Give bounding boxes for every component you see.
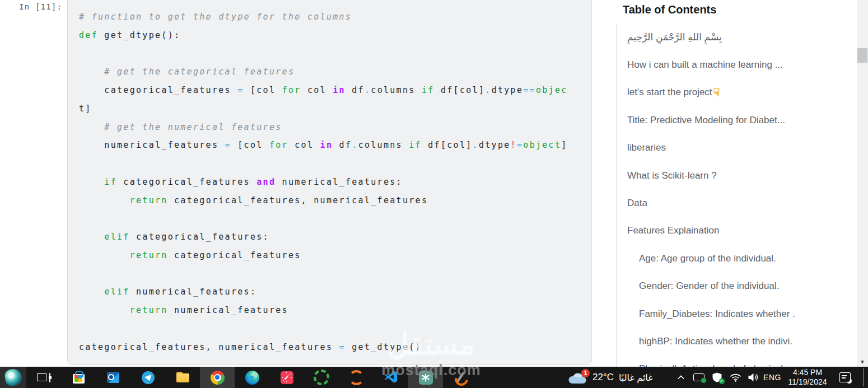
toc-item[interactable]: Title: Predictive Modeling for Diabet... — [627, 106, 857, 134]
code-line: if categorical_features and numerical_fe… — [79, 173, 588, 191]
page-scrollbar[interactable]: ▼ — [857, 0, 868, 367]
vscode-icon — [384, 371, 398, 384]
clock-tasks-icon: ✓ — [281, 371, 293, 384]
code-line: # get the categorical features — [79, 63, 588, 81]
code-line: return numerical_features — [79, 301, 588, 320]
notification-badge: 1 — [581, 369, 590, 377]
chrome-icon — [211, 371, 225, 385]
toc-item[interactable]: liberaries — [627, 134, 857, 162]
edge-button[interactable] — [235, 367, 269, 388]
code-line — [79, 209, 588, 228]
jupyter-icon — [349, 370, 364, 385]
telegram-icon — [142, 371, 155, 384]
code-line: categorical_features = [col for col in d… — [79, 81, 588, 100]
toc-item[interactable]: Data — [627, 189, 857, 217]
code-line: # function to get the dtype for the colu… — [79, 8, 588, 26]
microsoft-store-button[interactable] — [61, 367, 96, 388]
toc-item-label: Age: Age group of the individual. — [639, 253, 776, 264]
weather-widget[interactable]: 1 22°C غائم غالبًا — [567, 367, 653, 388]
code-line: # get the numerical features — [79, 118, 588, 137]
code-line: t] — [79, 100, 588, 118]
code-line: categorical_features, numerical_features… — [79, 338, 588, 357]
weather-temperature: 22°C — [592, 372, 614, 383]
chrome-button[interactable] — [200, 367, 235, 388]
tray-wifi[interactable] — [726, 367, 744, 388]
tray-overflow-chevron[interactable] — [674, 367, 688, 388]
edge-icon — [245, 371, 259, 385]
toc-item[interactable]: Gender: Gender of the individual. — [627, 273, 857, 300]
action-center-icon — [839, 372, 851, 382]
toc-item-label: liberaries — [627, 142, 666, 153]
code-editor[interactable]: # function to get the dtype for the colu… — [79, 8, 588, 356]
toc-item-label: Family_Diabetes: Indicates whether . — [639, 308, 795, 320]
code-line — [79, 320, 588, 338]
action-center-button[interactable] — [834, 367, 856, 388]
toc-title: Table of Contents — [623, 3, 716, 16]
task-view-icon — [37, 373, 46, 381]
snipping-tool-button[interactable] — [443, 367, 478, 388]
code-line — [79, 265, 588, 283]
toc-item-label: بِسْمِ اللهِ الرَّحْمَنِ الرَّحِيمِ — [627, 31, 722, 43]
show-desktop-separator[interactable] — [863, 368, 864, 386]
anaconda-button[interactable] — [304, 367, 339, 388]
cell-execution-prompt: In [11]: — [19, 2, 62, 11]
table-of-contents-panel: Table of Contents بِسْمِ اللهِ الرَّحْمَ… — [612, 0, 857, 367]
toc-item-label: Title: Predictive Modeling for Diabet... — [627, 115, 785, 126]
clock-tasks-button[interactable]: ✓ — [269, 367, 304, 388]
toc-item-label: Features Explaination — [627, 225, 719, 236]
toc-list: بِسْمِ اللهِ الرَّحْمَنِ الرَّحِيمِHow i… — [616, 24, 857, 367]
outlook-button[interactable] — [96, 367, 130, 388]
tray-windows-security[interactable]: ✓ — [709, 367, 726, 388]
toc-item[interactable]: Features Explaination — [627, 217, 857, 245]
cloud-icon: 1 — [567, 370, 587, 385]
toc-item[interactable]: What is Scikit-learn ? — [627, 162, 857, 189]
task-view-button[interactable] — [26, 367, 61, 388]
outlook-icon — [107, 372, 119, 383]
tray-date: 11/19/2024 — [783, 377, 832, 387]
tray-time: 4:45 PM — [783, 368, 832, 377]
code-line: numerical_features = [col for col in df.… — [79, 136, 588, 155]
jupyter-button[interactable] — [339, 367, 374, 388]
toc-item-label: highBP: Indicates whether the indivi. — [639, 336, 792, 347]
notebook-page: In [11]: # function to get the dtype for… — [0, 0, 868, 367]
chatgpt-button[interactable] — [408, 367, 443, 388]
code-cell[interactable]: # function to get the dtype for the colu… — [67, 0, 592, 365]
chevron-up-icon — [678, 375, 684, 380]
snipping-tool-icon — [453, 370, 468, 385]
toc-item[interactable]: let's start the project☟ — [627, 79, 857, 106]
start-button[interactable] — [0, 367, 26, 388]
toc-item[interactable]: How i can built a machine learning ... — [627, 51, 857, 78]
file-explorer-icon — [176, 373, 189, 383]
telegram-button[interactable] — [130, 367, 165, 388]
code-line — [79, 45, 588, 63]
code-line: return categorical_features, numerical_f… — [79, 191, 588, 210]
toc-item[interactable]: بِسْمِ اللهِ الرَّحْمَنِ الرَّحِيمِ — [627, 24, 857, 51]
security-shield-icon: ✓ — [712, 372, 723, 383]
code-line: return categorical_features — [79, 246, 588, 265]
file-explorer-button[interactable] — [165, 367, 200, 388]
clock-widget[interactable]: 4:45 PM 11/19/2024 — [783, 368, 832, 387]
vscode-button[interactable] — [374, 367, 408, 388]
code-line — [79, 155, 588, 173]
tray-device-status[interactable] — [690, 367, 707, 388]
scrollbar-down-arrow-icon[interactable]: ▼ — [857, 359, 868, 365]
toc-item-label: Gender: Gender of the individual. — [639, 281, 779, 292]
speaker-icon — [748, 373, 759, 382]
tray-volume[interactable] — [745, 367, 762, 388]
pointing-down-hand-icon: ☟ — [713, 86, 720, 99]
toc-item[interactable]: Family_Diabetes: Indicates whether . — [627, 300, 857, 328]
language-indicator[interactable]: ENG — [762, 367, 783, 388]
toc-item[interactable]: Age: Age group of the individual. — [627, 245, 857, 272]
scrollbar-thumb[interactable] — [857, 48, 867, 63]
code-line: elif numerical_features: — [79, 283, 588, 301]
toc-item-label: Data — [627, 198, 647, 209]
code-line: def get_dtype(): — [79, 26, 588, 45]
device-icon — [693, 373, 704, 381]
toc-item[interactable]: PhysicallyActive: Level of physical a — [627, 356, 857, 367]
start-icon — [3, 367, 24, 387]
toc-item-label: How i can built a machine learning ... — [627, 59, 783, 71]
anaconda-icon — [314, 370, 329, 385]
chatgpt-icon — [419, 371, 433, 385]
toc-item[interactable]: highBP: Indicates whether the indivi. — [627, 328, 857, 355]
code-line: elif categorical_features: — [79, 228, 588, 246]
